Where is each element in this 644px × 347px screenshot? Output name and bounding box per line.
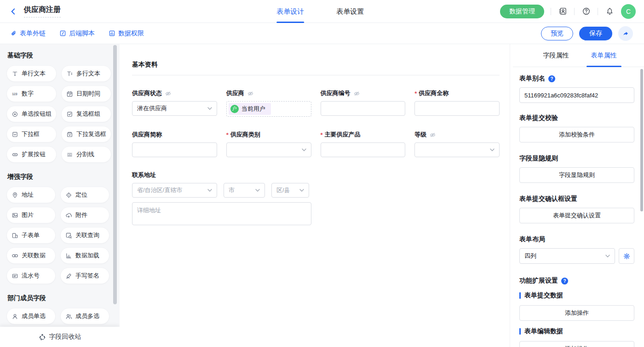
submit-confirm-button[interactable]: 表单提交确认设置 (519, 208, 634, 223)
preview-button[interactable]: 预览 (541, 27, 573, 40)
city-select[interactable]: 市 (224, 183, 265, 198)
field-item-linked-query[interactable]: 关联查询 (60, 227, 109, 244)
sidebar-scrollbar[interactable] (113, 45, 117, 304)
contacts-icon[interactable] (558, 6, 568, 17)
form-layout-select[interactable]: 四列 (519, 248, 615, 264)
user-avatar-icon: 户 (230, 105, 239, 113)
field-item-radio-group[interactable]: 单选按钮组 (6, 106, 57, 122)
field-item-member-single[interactable]: 成员单选 (6, 308, 56, 324)
tab-form-settings[interactable]: 表单设置 (336, 0, 364, 23)
field-supplier-short-name[interactable]: 供应商简称 (132, 131, 217, 157)
field-supplier-code[interactable]: 供应商编号 (321, 89, 406, 117)
form-alias-input[interactable] (519, 87, 634, 103)
field-item-multi-text[interactable]: 多行文本 (61, 65, 111, 82)
district-select[interactable]: 区/县 (271, 183, 309, 198)
field-item-signature[interactable]: 手写签名 (60, 267, 109, 284)
chevron-down-icon (255, 189, 260, 192)
datetime-icon (66, 91, 73, 97)
field-item-number[interactable]: 123 数字 (6, 85, 57, 102)
field-item-member-multi[interactable]: 成员多选 (60, 308, 109, 324)
field-item-dropdown[interactable]: 下拉框 (6, 126, 57, 142)
supplier-code-input[interactable] (321, 101, 406, 116)
help-badge-icon[interactable]: ? (561, 278, 568, 284)
layout-settings-button[interactable] (619, 248, 634, 264)
supplier-short-name-input[interactable] (132, 142, 217, 157)
section-title-enhanced-fields: 增强字段 (7, 173, 112, 181)
help-badge-icon[interactable]: ? (548, 75, 555, 82)
bell-icon[interactable] (604, 6, 615, 17)
member-multi-icon (65, 313, 72, 320)
field-contact-address[interactable]: 联系地址 省/自治区/直辖市 市 区/县 详细地址 (132, 171, 500, 225)
field-supplier-status[interactable]: 供应商状态 潜在供应商 (132, 89, 217, 117)
field-main-products[interactable]: *主要供应产品 (321, 131, 406, 157)
field-item-address[interactable]: 地址 (6, 187, 56, 203)
multi-line-text-icon (66, 70, 73, 77)
data-manage-button[interactable]: 数据管理 (500, 5, 544, 18)
backend-script-link[interactable]: 后端脚本 (59, 29, 95, 38)
form-canvas[interactable]: 基本资料 供应商状态 潜在供应商 供应商 户 当 (120, 44, 510, 347)
field-item-location[interactable]: 定位 (60, 187, 109, 203)
field-item-linked-data[interactable]: 关联数据 (6, 247, 56, 264)
add-edit-action-button[interactable]: 添加操作 (519, 341, 634, 347)
enhanced-fields-grid: 地址 定位 图片 附件 子表单 关联查询 关联数据 数据加载 (0, 187, 120, 284)
tab-form-design[interactable]: 表单设计 (276, 0, 304, 23)
attachment-icon (65, 212, 72, 219)
data-load-icon (65, 252, 72, 259)
field-item-serial-number[interactable]: 流水号 (6, 267, 56, 284)
province-select[interactable]: 省/自治区/直辖市 (132, 183, 217, 198)
add-submit-action-button[interactable]: 添加操作 (519, 305, 634, 321)
data-permission-link[interactable]: 数据权限 (109, 29, 144, 38)
canvas-section-title[interactable]: 基本资料 (132, 61, 500, 69)
add-validation-button[interactable]: 添加校验条件 (519, 127, 634, 142)
toolbar-actions: 预览 保存 (541, 26, 644, 41)
field-item-single-text[interactable]: 单行文本 (6, 65, 57, 82)
field-item-subform[interactable]: 子表单 (6, 227, 56, 244)
avatar[interactable]: C (621, 4, 636, 19)
field-visibility-button[interactable]: 字段显隐规则 (519, 167, 634, 183)
supplier-category-select[interactable] (226, 142, 311, 157)
field-recycle-bin[interactable]: 字段回收站 (0, 327, 120, 347)
tab-field-properties[interactable]: 字段属性 (543, 44, 569, 67)
field-item-checkbox-group[interactable]: 复选框组 (61, 106, 111, 122)
tab-form-properties[interactable]: 表单属性 (591, 44, 617, 67)
chevron-down-icon (490, 148, 494, 152)
field-item-datetime[interactable]: 日期时间 (61, 85, 111, 102)
extend-button-icon (12, 151, 18, 158)
field-item-dropdown-multi[interactable]: 下拉复选框 (61, 126, 111, 142)
field-visibility-label: 字段显隐规则 (519, 154, 634, 163)
supplier-user-field[interactable]: 户 当前用户 (226, 101, 311, 117)
supplier-full-name-input[interactable] (414, 101, 500, 116)
submit-data-label: 表单提交数据 (519, 291, 634, 300)
dropdown-multi-icon (66, 131, 73, 138)
field-palette-sidebar: 基础字段 单行文本 多行文本 123 数字 日期时间 单选按钮组 复选框组 下拉… (0, 44, 120, 347)
form-title[interactable]: 供应商注册 (24, 5, 61, 17)
linked-data-icon (12, 252, 18, 259)
save-button[interactable]: 保存 (579, 27, 612, 40)
divider (598, 8, 598, 15)
form-external-link[interactable]: 表单外链 (10, 29, 46, 38)
main-products-input[interactable] (321, 142, 406, 157)
number-icon: 123 (12, 91, 18, 97)
field-grade[interactable]: 等级 (414, 131, 500, 157)
chevron-down-icon (302, 148, 306, 152)
help-icon[interactable] (581, 6, 591, 17)
field-item-data-load[interactable]: 数据加载 (60, 247, 109, 264)
field-item-extend-button[interactable]: 扩展按钮 (6, 146, 57, 163)
panel-scrollbar[interactable] (640, 69, 643, 211)
detail-address-textarea[interactable]: 详细地址 (132, 202, 311, 225)
field-item-image[interactable]: 图片 (6, 207, 56, 223)
form-toolbar: 表单外链 后端脚本 数据权限 预览 保存 (0, 23, 644, 44)
share-icon (622, 30, 629, 37)
back-icon[interactable] (9, 7, 18, 16)
field-supplier[interactable]: 供应商 户 当前用户 (226, 89, 311, 117)
grade-select[interactable] (414, 142, 500, 157)
field-supplier-category[interactable]: *供应商类别 (226, 131, 311, 157)
field-item-divider[interactable]: 分割线 (61, 146, 111, 163)
link-label: 后端脚本 (69, 29, 95, 38)
form-layout-label: 表单布局 (519, 235, 634, 244)
field-supplier-full-name[interactable]: *供应商全称 (414, 89, 500, 117)
field-item-attachment[interactable]: 附件 (60, 207, 109, 223)
supplier-status-select[interactable]: 潜在供应商 (132, 101, 217, 116)
link-label: 表单外链 (20, 29, 46, 38)
share-button[interactable] (618, 26, 633, 41)
